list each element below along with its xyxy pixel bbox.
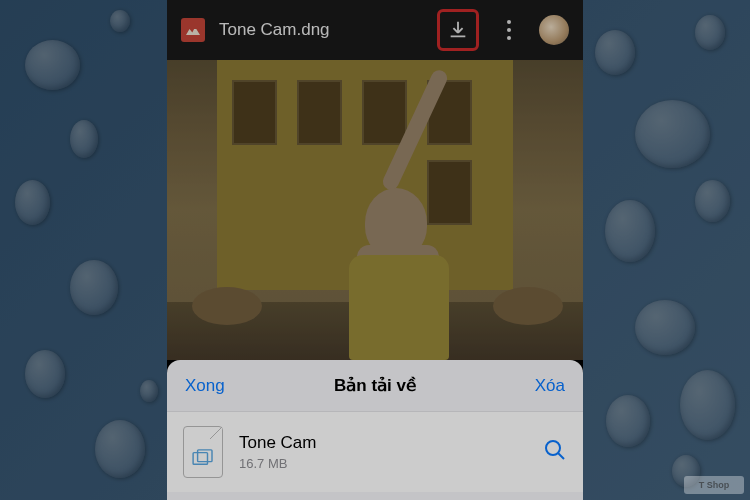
- photo-file-icon: [181, 18, 205, 42]
- delete-button[interactable]: Xóa: [535, 376, 565, 396]
- download-list-item[interactable]: Tone Cam 16.7 MB: [167, 412, 583, 492]
- download-button[interactable]: [437, 9, 479, 51]
- download-icon: [447, 19, 469, 41]
- document-file-icon: [183, 426, 223, 478]
- user-avatar[interactable]: [539, 15, 569, 45]
- svg-rect-0: [193, 453, 207, 465]
- image-preview[interactable]: [167, 60, 583, 360]
- phone-screen: Tone Cam.dng: [167, 0, 583, 500]
- search-icon: [543, 438, 567, 462]
- sheet-title: Bản tải về: [334, 375, 416, 396]
- svg-point-2: [546, 441, 560, 455]
- sheet-header: Xong Bản tải về Xóa: [167, 360, 583, 412]
- download-file-size: 16.7 MB: [239, 456, 527, 471]
- search-button[interactable]: [543, 438, 567, 466]
- more-options-button[interactable]: [493, 20, 525, 40]
- file-info: Tone Cam 16.7 MB: [239, 433, 527, 471]
- watermark: T Shop: [684, 476, 744, 494]
- more-icon: [507, 20, 511, 24]
- download-file-name: Tone Cam: [239, 433, 527, 453]
- svg-rect-1: [198, 450, 212, 462]
- done-button[interactable]: Xong: [185, 376, 225, 396]
- app-header: Tone Cam.dng: [167, 0, 583, 60]
- downloads-sheet: Xong Bản tải về Xóa Tone Cam 16.7 MB: [167, 360, 583, 500]
- file-title: Tone Cam.dng: [219, 20, 423, 40]
- photo-subject: [317, 120, 477, 360]
